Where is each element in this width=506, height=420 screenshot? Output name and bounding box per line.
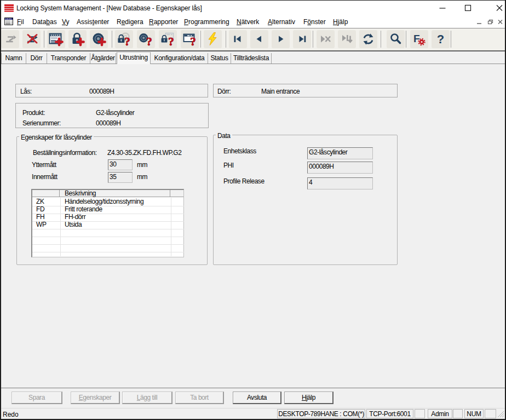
- svg-text:?: ?: [124, 35, 130, 47]
- svg-text:F: F: [413, 33, 420, 44]
- svg-text:?: ?: [190, 35, 196, 47]
- svg-text:?: ?: [437, 32, 444, 46]
- svg-text:?: ?: [168, 35, 174, 47]
- svg-text:?: ?: [146, 35, 152, 47]
